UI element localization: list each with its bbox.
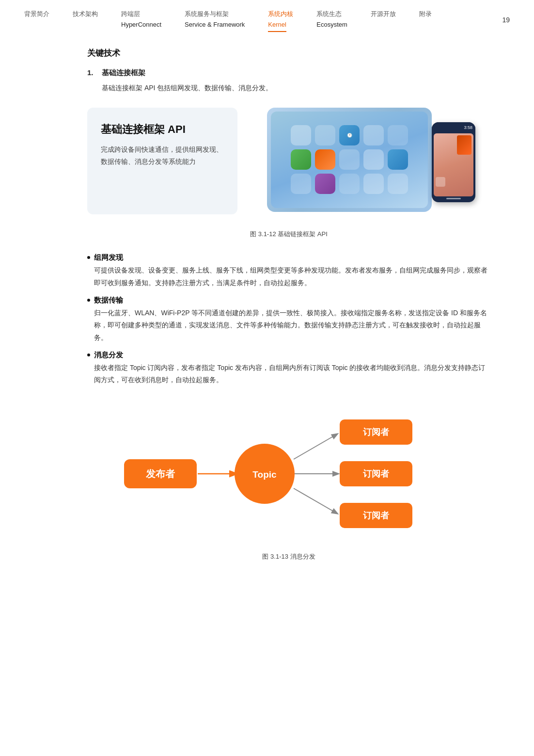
bullet-label-data-transfer: 数据传输 (94, 294, 123, 306)
api-card: 基础连接框架 API 完成跨设备间快速通信，提供组网发现、数据传输、消息分发等系… (87, 108, 237, 214)
bullet-dot (87, 256, 90, 259)
subscriber-label-2: 订阅者 (363, 469, 390, 479)
section-title: 关键技术 (87, 47, 490, 61)
bullet-label-networking: 组网发现 (94, 251, 123, 264)
fig1-caption: 图 3.1-12 基础链接框架 API (87, 229, 490, 240)
nav-sublabel: Service & Framework (185, 19, 245, 30)
subscriber-label-1: 订阅者 (363, 427, 390, 437)
nav-sublabel: HyperConnect (121, 19, 161, 30)
publisher-label: 发布者 (145, 468, 175, 479)
nav-sublabel: Kernel (268, 19, 286, 32)
nav-item-kernel[interactable]: 系统内核 Kernel (268, 9, 293, 32)
page-number: 19 (502, 15, 510, 26)
api-card-title: 基础连接框架 API (101, 122, 224, 137)
bullet-label-message-dispatch: 消息分发 (94, 349, 123, 361)
numbered-item-1: 1. 基础连接框架 (87, 66, 490, 79)
diagram-container: 发布者 Topic 订阅者 订阅者 订阅者 (87, 401, 490, 547)
svg-line-5 (294, 488, 337, 514)
item-description: 基础连接框架 API 包括组网发现、数据传输、消息分发。 (102, 82, 490, 94)
item-label: 基础连接框架 (102, 66, 145, 79)
bullet-dot (87, 354, 90, 356)
nav-label: 开源开放 (371, 9, 396, 19)
topic-label: Topic (252, 469, 277, 480)
bullet-item-data-transfer: 数据传输 (87, 294, 490, 306)
nav-item-hyperconnect[interactable]: 跨端层 HyperConnect (121, 9, 161, 30)
bullet-content-networking: 可提供设备发现、设备变更、服务上线、服务下线，组网类型变更等多种发现功能。发布者… (94, 264, 490, 289)
svg-line-3 (294, 434, 337, 459)
bullet-section: 组网发现 可提供设备发现、设备变更、服务上线、服务下线，组网类型变更等多种发现功… (87, 251, 490, 386)
nav-sublabel: Ecosystem (316, 19, 347, 30)
subscriber-label-3: 订阅者 (363, 511, 390, 520)
bullet-item-message-dispatch: 消息分发 (87, 349, 490, 361)
bullet-content-data-transfer: 归一化蓝牙、WLAN、WiFi-P2P 等不同通道创建的差异，提供一致性、极简接… (94, 307, 490, 344)
nav-item-appendix[interactable]: 附录 (419, 9, 432, 19)
card-image-row: 基础连接框架 API 完成跨设备间快速通信，提供组网发现、数据传输、消息分发等系… (87, 108, 490, 224)
nav-item-service-framework[interactable]: 系统服务与框架 Service & Framework (185, 9, 245, 30)
bullet-content-message-dispatch: 接收者指定 Topic 订阅内容，发布者指定 Topic 发布内容，自组网内所有… (94, 362, 490, 386)
top-navigation: 背景简介 技术架构 跨端层 HyperConnect 系统服务与框架 Servi… (0, 0, 534, 32)
nav-item-background[interactable]: 背景简介 (24, 9, 49, 19)
main-content: 关键技术 1. 基础连接框架 基础连接框架 API 包括组网发现、数据传输、消息… (0, 32, 534, 591)
nav-label: 系统服务与框架 (185, 9, 229, 19)
nav-item-ecosystem[interactable]: 系统生态 Ecosystem (316, 9, 347, 30)
item-number: 1. (87, 66, 97, 79)
bullet-item-networking: 组网发现 (87, 251, 490, 264)
api-card-desc: 完成跨设备间快速通信，提供组网发现、数据传输、消息分发等系统能力 (101, 144, 224, 168)
nav-label: 背景简介 (24, 9, 49, 19)
nav-label: 技术架构 (73, 9, 98, 19)
nav-label: 系统生态 (316, 9, 342, 19)
nav-item-open-source[interactable]: 开源开放 (371, 9, 396, 19)
message-dispatch-diagram: 发布者 Topic 订阅者 订阅者 订阅者 (114, 411, 463, 537)
fig2-caption: 图 3.1-13 消息分发 (87, 551, 490, 562)
nav-label: 附录 (419, 9, 432, 19)
nav-label: 系统内核 (268, 9, 293, 19)
nav-label: 跨端层 (121, 9, 140, 19)
device-image-area: 🕐 (252, 108, 490, 224)
nav-item-architecture[interactable]: 技术架构 (73, 9, 98, 19)
bullet-dot (87, 299, 90, 302)
